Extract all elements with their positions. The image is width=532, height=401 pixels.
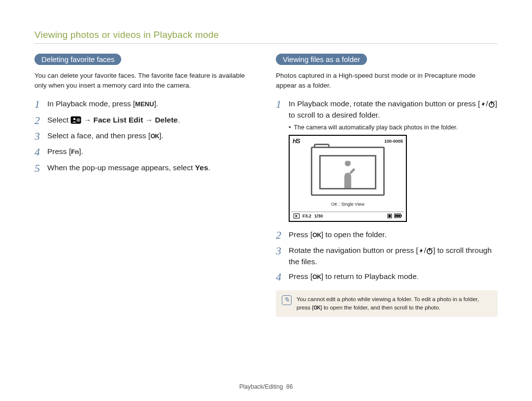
text: ]. xyxy=(159,131,164,140)
step-number: 4 xyxy=(276,271,289,283)
svg-rect-0 xyxy=(71,116,81,123)
svg-rect-6 xyxy=(389,215,391,217)
text: . xyxy=(208,163,210,172)
flash-icon xyxy=(480,101,486,108)
step-body: When the pop-up message appears, select … xyxy=(47,162,210,173)
text: ]. xyxy=(79,147,83,155)
step-3: 3 Rotate the navigation button or press … xyxy=(276,245,498,268)
section-pill-deleting: Deleting favorite faces xyxy=(34,54,121,65)
bold-label: Delete xyxy=(155,116,178,124)
step-5: 5 When the pop-up message appears, selec… xyxy=(34,162,256,175)
aperture-value: F3.2 xyxy=(302,214,311,218)
text: ] to open the folder, and then scroll to… xyxy=(321,305,441,310)
steps-list-right: 1 In Playback mode, rotate the navigatio… xyxy=(276,98,498,283)
footer-page: 86 xyxy=(286,383,293,390)
step-body: In Playback mode, rotate the navigation … xyxy=(289,98,498,121)
step-number: 3 xyxy=(276,245,289,257)
step-1: 1 In Playback mode, rotate the navigatio… xyxy=(276,98,498,121)
note-icon: ✎ xyxy=(282,295,292,305)
footer-section: Playback/Editing xyxy=(239,383,283,390)
section-pill-viewing: Viewing files as a folder xyxy=(276,54,367,65)
flash-icon xyxy=(418,247,424,254)
screen-caption: OK : Single View xyxy=(292,202,404,207)
step-2: 2 Press [OK] to open the folder. xyxy=(276,229,498,242)
text: Press [ xyxy=(289,230,312,239)
step-body: In Playback mode, press [MENU]. xyxy=(47,98,158,109)
battery-icon xyxy=(394,214,402,218)
page-title: Viewing photos or videos in Playback mod… xyxy=(34,30,498,40)
step-body: Press [OK] to return to Playback mode. xyxy=(289,271,419,282)
step-number: 2 xyxy=(276,229,289,242)
step-number: 4 xyxy=(34,146,47,158)
note-text: You cannot edit a photo while viewing a … xyxy=(297,295,492,312)
right-column: Viewing files as a folder Photos capture… xyxy=(276,54,498,317)
step-number: 5 xyxy=(34,162,47,175)
text: ] to open the folder. xyxy=(321,230,387,239)
ok-button-label: OK xyxy=(312,232,321,239)
step-3: 3 Select a face, and then press [OK]. xyxy=(34,130,256,143)
menu-button-label: MENU xyxy=(135,100,154,108)
step-body: Rotate the navigation button or press [/… xyxy=(289,245,498,268)
step-number: 2 xyxy=(34,114,47,127)
timer-icon xyxy=(426,247,433,254)
bold-label: Yes xyxy=(195,163,208,172)
note-box: ✎ You cannot edit a photo while viewing … xyxy=(276,290,498,317)
step-body: Select → Face List Edit → Delete. xyxy=(47,114,180,125)
content-columns: Deleting favorite faces You can delete y… xyxy=(34,54,498,317)
folder-icon xyxy=(311,147,385,196)
fn-button-label: Fn xyxy=(71,148,79,155)
text: When the pop-up message appears, select xyxy=(47,163,195,172)
svg-rect-11 xyxy=(401,215,402,217)
shutter-value: 1/30 xyxy=(314,214,323,218)
text: → xyxy=(143,116,155,124)
step-4: 4 Press [Fn]. xyxy=(34,146,256,158)
ok-button-label: OK xyxy=(314,305,321,310)
ok-button-label: OK xyxy=(150,133,159,140)
settings-person-icon xyxy=(70,116,81,124)
svg-point-1 xyxy=(73,118,75,120)
timer-icon xyxy=(488,101,495,108)
text: Press [ xyxy=(289,272,312,280)
page-footer: Playback/Editing 86 xyxy=(0,383,532,390)
text: In Playback mode, rotate the navigation … xyxy=(289,99,480,108)
text: → xyxy=(81,116,93,124)
left-column: Deleting favorite faces You can delete y… xyxy=(34,54,256,317)
divider xyxy=(34,43,498,44)
play-icon xyxy=(294,214,299,218)
step-body: Press [OK] to open the folder. xyxy=(289,229,387,240)
step-4: 4 Press [OK] to return to Playback mode. xyxy=(276,271,498,283)
ok-button-label: OK xyxy=(312,274,321,280)
file-code: 100-0005 xyxy=(384,139,403,144)
text: Select xyxy=(47,116,70,124)
step-number: 3 xyxy=(34,130,47,143)
step-body: Press [Fn]. xyxy=(47,146,83,157)
bold-label: Face List Edit xyxy=(94,116,143,124)
text: Select a face, and then press [ xyxy=(47,131,150,140)
text: Rotate the navigation button or press [ xyxy=(289,246,418,254)
person-silhouette-icon xyxy=(338,161,357,188)
svg-rect-10 xyxy=(399,215,400,217)
sub-bullet: The camera will automatically play back … xyxy=(289,124,498,131)
svg-rect-8 xyxy=(395,215,397,217)
steps-list-left: 1 In Playback mode, press [MENU]. 2 Sele… xyxy=(34,98,256,175)
intro-text: Photos captured in a High-speed burst mo… xyxy=(276,71,498,90)
text: ]. xyxy=(154,99,159,108)
camera-screen-preview: HS 100-0005 OK : Single View xyxy=(289,135,407,222)
text: . xyxy=(178,116,180,124)
screen-inner: HS 100-0005 OK : Single View xyxy=(292,138,404,212)
text: Press [ xyxy=(47,147,71,155)
text: In Playback mode, press [ xyxy=(47,99,135,108)
svg-rect-9 xyxy=(397,215,399,217)
step-1: 1 In Playback mode, press [MENU]. xyxy=(34,98,256,111)
screen-bottom-bar: F3.2 1/30 xyxy=(292,212,404,219)
step-2: 2 Select → Face List Edit → Delete. xyxy=(34,114,256,127)
text: ] to return to Playback mode. xyxy=(321,272,419,280)
step-number: 1 xyxy=(34,98,47,111)
hs-badge: HS xyxy=(293,138,300,145)
step-number: 1 xyxy=(276,98,289,111)
step-body: Select a face, and then press [OK]. xyxy=(47,130,164,141)
intro-text: You can delete your favorite faces. The … xyxy=(34,71,256,90)
card-icon xyxy=(387,214,392,218)
text: The camera will automatically play back … xyxy=(294,124,458,131)
